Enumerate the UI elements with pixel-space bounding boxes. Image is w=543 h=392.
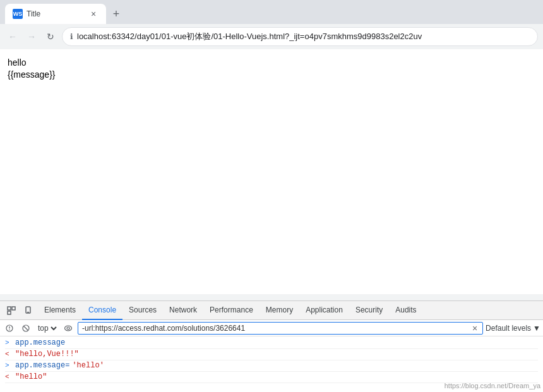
console-line: >app.message — [5, 338, 538, 349]
console-input-arrow: > — [5, 339, 13, 347]
devtools-tab-audits[interactable]: Audits — [389, 301, 422, 320]
devtools-tabs-list: ElementsConsoleSourcesNetworkPerformance… — [38, 301, 423, 320]
address-bar-row: ← → ↻ ℹ localhost:63342/day01/01-vue初体验/… — [0, 24, 543, 49]
devtools-tab-application[interactable]: Application — [299, 301, 349, 320]
svg-point-7 — [9, 329, 9, 330]
devtools-tab-memory[interactable]: Memory — [260, 301, 299, 320]
devtools-tab-network[interactable]: Network — [163, 301, 203, 320]
watermark: https://blog.csdn.net/Dream_ya — [445, 382, 540, 389]
reload-button[interactable]: ↻ — [43, 29, 58, 44]
devtools-tab-elements[interactable]: Elements — [38, 301, 82, 320]
console-line: <"hello,Vue!!!" — [5, 349, 538, 360]
console-context-select[interactable]: top — [35, 323, 59, 333]
filter-clear-button[interactable]: × — [469, 323, 480, 334]
console-line: >app.message='hello' — [5, 360, 538, 372]
console-output-arrow: < — [5, 350, 13, 358]
address-bar[interactable]: ℹ localhost:63342/day01/01-vue初体验/01-Hel… — [62, 27, 538, 46]
browser-tab[interactable]: WS Title × — [5, 4, 106, 24]
page-line2: {{message}} — [8, 69, 535, 80]
tab-favicon: WS — [13, 9, 23, 19]
devtools-panel: ElementsConsoleSourcesNetworkPerformance… — [0, 300, 543, 392]
new-tab-button[interactable]: + — [107, 5, 125, 23]
devtools-device-button[interactable] — [20, 302, 38, 319]
console-input-arrow: > — [5, 362, 13, 369]
svg-rect-0 — [8, 307, 11, 310]
svg-rect-2 — [8, 311, 11, 314]
devtools-tab-performance[interactable]: Performance — [203, 301, 260, 320]
tab-close-button[interactable]: × — [88, 9, 98, 19]
back-button[interactable]: ← — [5, 29, 20, 44]
devtools-console-toolbar: top × Default levels ▼ — [0, 320, 543, 336]
console-output-arrow: < — [5, 373, 13, 381]
svg-rect-1 — [12, 307, 15, 310]
svg-point-10 — [67, 327, 69, 330]
console-context-selector[interactable]: top — [35, 323, 59, 333]
svg-line-9 — [24, 326, 28, 330]
console-filter-input[interactable] — [78, 322, 483, 335]
devtools-tab-security[interactable]: Security — [349, 301, 389, 320]
devtools-tabs-bar: ElementsConsoleSourcesNetworkPerformance… — [0, 301, 543, 320]
console-eye-icon[interactable] — [61, 321, 75, 335]
forward-button[interactable]: → — [24, 29, 39, 44]
info-icon: ℹ — [70, 32, 73, 41]
console-clear-icon[interactable] — [19, 321, 33, 335]
page-line1: hello — [8, 56, 535, 69]
devtools-inspect-button[interactable] — [3, 302, 20, 319]
devtools-tab-console[interactable]: Console — [82, 301, 122, 320]
console-error-icon[interactable] — [3, 321, 16, 335]
tab-title: Title — [27, 9, 85, 18]
console-levels-selector[interactable]: Default levels ▼ — [486, 324, 540, 333]
devtools-tab-sources[interactable]: Sources — [122, 301, 163, 320]
page-content: hello {{message}} — [0, 49, 543, 294]
url-display: localhost:63342/day01/01-vue初体验/01-Hello… — [77, 31, 530, 42]
